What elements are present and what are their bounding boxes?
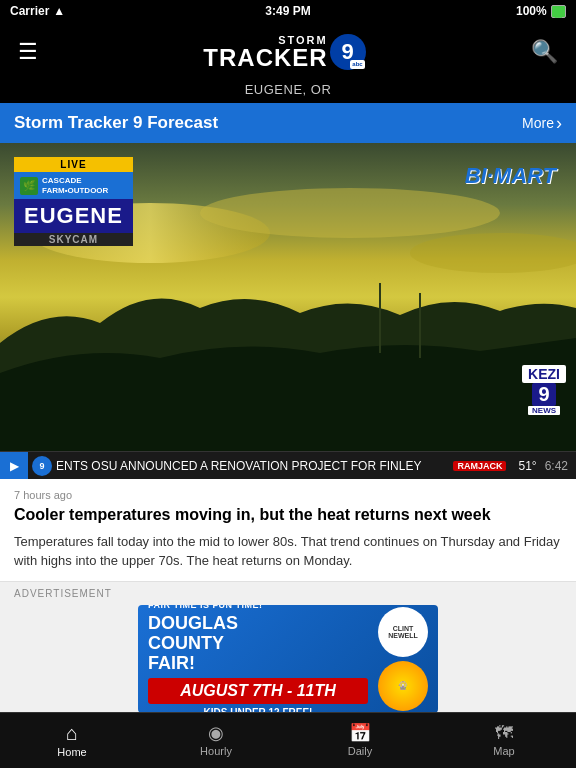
- svg-point-2: [200, 188, 500, 238]
- ad-dates: AUGUST 7TH - 11TH: [148, 678, 368, 704]
- chevron-icon: ›: [556, 113, 562, 134]
- ticker-sponsor: RAMJACK: [453, 461, 506, 471]
- ad-right: CLINTNEWELL 🎡: [378, 607, 428, 711]
- cascade-logo: 🌿 CASCADE FARM•OUTDOOR: [14, 172, 133, 199]
- eugene-text: EUGENE: [24, 203, 123, 229]
- more-label: More: [522, 115, 554, 131]
- skycam-text: SKYCAM: [14, 233, 133, 246]
- nav-label-hourly: Hourly: [200, 745, 232, 757]
- home-icon: ⌂: [66, 723, 78, 743]
- ticker-text: ENTS OSU ANNOUNCED A RENOVATION PROJECT …: [56, 459, 449, 473]
- app-logo: STORM TRACKER 9 abc: [203, 34, 365, 70]
- more-link[interactable]: More ›: [522, 113, 562, 134]
- article-title[interactable]: Cooler temperatures moving in, but the h…: [14, 505, 562, 526]
- nav-label-map: Map: [493, 745, 514, 757]
- status-bar: Carrier ▲ 3:49 PM 100% ▓: [0, 0, 576, 22]
- daily-icon: 📅: [349, 724, 371, 742]
- status-right: 100% ▓: [516, 4, 566, 18]
- nav-item-hourly[interactable]: ◉ Hourly: [144, 713, 288, 768]
- carrier-label: Carrier: [10, 4, 49, 18]
- kezi-text: KEZI: [522, 365, 566, 383]
- bottom-nav: ⌂ Home ◉ Hourly 📅 Daily 🗺 Map: [0, 712, 576, 768]
- kezi-9: 9: [532, 383, 555, 406]
- kezi-badge: KEZI 9 NEWS: [522, 365, 566, 415]
- forecast-title: Storm Tracker 9 Forecast: [14, 113, 218, 133]
- ticker-channel-icon: 9: [32, 456, 52, 476]
- status-time: 3:49 PM: [265, 4, 310, 18]
- news-ticker: ▶ 9 ENTS OSU ANNOUNCED A RENOVATION PROJ…: [0, 451, 576, 479]
- ticker-play-icon: ▶: [0, 452, 28, 480]
- logo-abc: abc: [350, 60, 364, 69]
- menu-button[interactable]: ☰: [14, 35, 42, 69]
- ad-label: ADVERTISEMENT: [14, 588, 562, 599]
- ad-tagline: FAIR TIME IS FUN TIME!: [148, 605, 368, 610]
- video-player[interactable]: LIVE 🌿 CASCADE FARM•OUTDOOR EUGENE SKYCA…: [0, 143, 576, 451]
- battery-label: 100%: [516, 4, 547, 18]
- ad-wheel-icon: 🎡: [378, 661, 428, 711]
- nav-label-home: Home: [57, 746, 86, 758]
- status-left: Carrier ▲: [10, 4, 65, 18]
- kezi-news: NEWS: [528, 406, 560, 415]
- logo-tracker: TRACKER: [203, 46, 327, 70]
- bimart-logo: BI·MART: [465, 163, 556, 189]
- article-body: Temperatures fall today into the mid to …: [14, 532, 562, 571]
- eugene-block: EUGENE: [14, 199, 133, 233]
- ad-section: ADVERTISEMENT FAIR TIME IS FUN TIME! DOU…: [0, 582, 576, 723]
- location-text: EUGENE, OR: [245, 82, 332, 97]
- article-time: 7 hours ago: [14, 489, 562, 501]
- nav-item-map[interactable]: 🗺 Map: [432, 713, 576, 768]
- ad-logo-fair: DOUGLAS COUNTY FAIR!: [148, 614, 368, 673]
- ticker-time: 6:42: [545, 459, 576, 473]
- cascade-leaf-icon: 🌿: [20, 177, 38, 195]
- nav-label-daily: Daily: [348, 745, 372, 757]
- nav-item-daily[interactable]: 📅 Daily: [288, 713, 432, 768]
- live-badge: LIVE: [14, 157, 133, 172]
- ad-banner[interactable]: FAIR TIME IS FUN TIME! DOUGLAS COUNTY FA…: [138, 605, 438, 713]
- forecast-header: Storm Tracker 9 Forecast More ›: [0, 103, 576, 143]
- location-bar: EUGENE, OR: [0, 82, 576, 103]
- logo-badge: 9 abc: [330, 34, 366, 70]
- ad-left: FAIR TIME IS FUN TIME! DOUGLAS COUNTY FA…: [148, 605, 368, 713]
- wifi-icon: ▲: [53, 4, 65, 18]
- live-banner: LIVE 🌿 CASCADE FARM•OUTDOOR EUGENE SKYCA…: [14, 157, 133, 246]
- ticker-temperature: 51°: [510, 459, 544, 473]
- header: ☰ STORM TRACKER 9 abc 🔍: [0, 22, 576, 82]
- search-button[interactable]: 🔍: [527, 35, 562, 69]
- cascade-text: CASCADE FARM•OUTDOOR: [42, 176, 108, 195]
- battery-icon: ▓: [551, 5, 566, 18]
- hourly-icon: ◉: [208, 724, 224, 742]
- nav-item-home[interactable]: ⌂ Home: [0, 713, 144, 768]
- map-icon: 🗺: [495, 724, 513, 742]
- article-section: 7 hours ago Cooler temperatures moving i…: [0, 479, 576, 581]
- ad-logo-circle: CLINTNEWELL: [378, 607, 428, 657]
